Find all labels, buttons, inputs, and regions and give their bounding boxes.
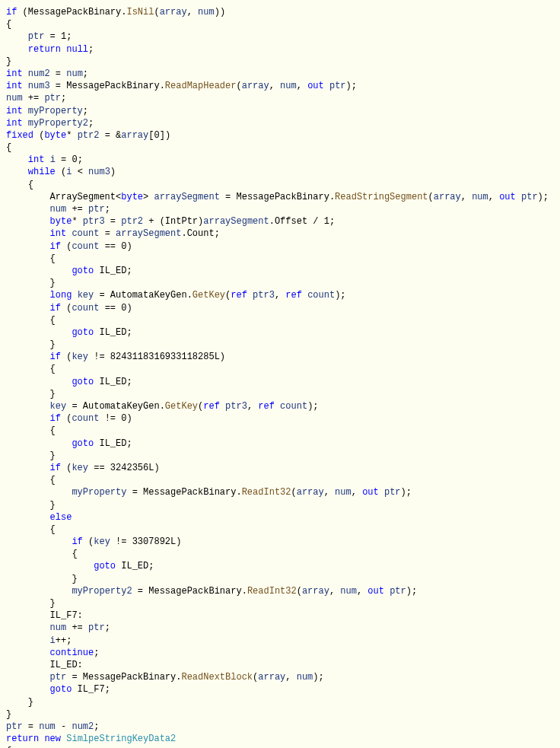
code-block: if (MessagePackBinary.IsNil(array, num))… — [6, 6, 554, 748]
